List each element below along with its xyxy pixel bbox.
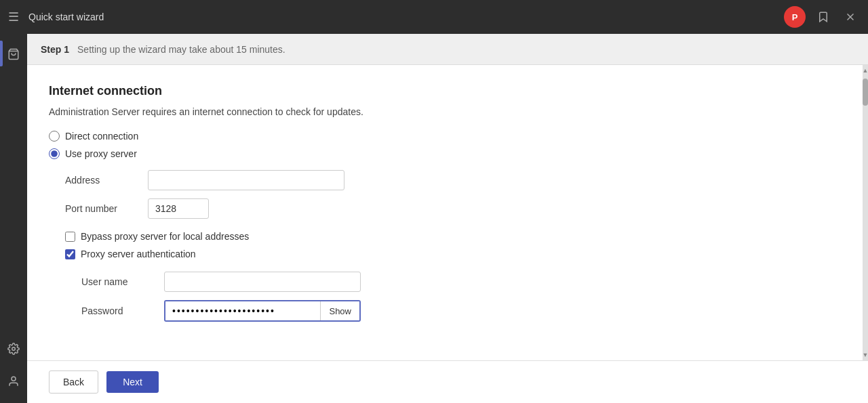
proxy-server-radio[interactable] [49,148,60,159]
username-row: User name [81,272,841,292]
proxy-auth-label: Proxy server authentication [81,249,196,259]
section-title: Internet connection [49,84,841,98]
auth-section: User name Password Show [81,272,841,322]
sidebar [0,34,27,403]
content-area: Step 1 Setting up the wizard may take ab… [27,34,868,403]
connection-type-group: Direct connection Use proxy server [49,131,841,159]
section-description: Administration Server requires an intern… [49,106,841,117]
port-row: Port number 3128 [65,198,841,219]
address-row: Address [65,170,841,190]
bookmark-icon[interactable] [814,7,833,26]
scroll-down-arrow[interactable]: ▼ [863,349,868,360]
proxy-auth-option[interactable]: Proxy server authentication [65,249,841,259]
step-header: Step 1 Setting up the wizard may take ab… [27,34,868,65]
direct-connection-label: Direct connection [65,131,138,142]
main-layout: Step 1 Setting up the wizard may take ab… [0,34,868,403]
close-icon[interactable] [841,7,860,26]
password-field-wrapper: Show [164,300,361,322]
svg-point-4 [12,377,16,381]
step-label: Step 1 [41,44,69,55]
proxy-server-label: Use proxy server [65,148,137,159]
sidebar-item-store[interactable] [3,43,24,65]
direct-connection-radio[interactable] [49,131,60,142]
scroll-up-arrow[interactable]: ▲ [863,65,868,76]
titlebar: ☰ Quick start wizard P [0,0,868,34]
scrollbar[interactable]: ▲ ▼ [863,65,868,360]
menu-icon[interactable]: ☰ [8,9,19,24]
back-button[interactable]: Back [49,370,98,394]
bypass-proxy-option[interactable]: Bypass proxy server for local addresses [65,231,841,242]
wizard-content: Internet connection Administration Serve… [27,65,863,360]
port-input[interactable]: 3128 [148,198,209,219]
bypass-proxy-label: Bypass proxy server for local addresses [81,231,249,242]
proxy-form: Address Port number 3128 Bypass proxy se… [65,170,841,322]
password-row: Password Show [81,300,841,322]
proxy-server-option[interactable]: Use proxy server [49,148,841,159]
username-input[interactable] [164,272,361,292]
sidebar-item-settings[interactable] [3,338,24,360]
wizard-footer: Back Next [27,360,868,403]
sidebar-item-user[interactable] [3,370,24,392]
avatar-button[interactable]: P [784,6,806,28]
app-title: Quick start wizard [28,12,784,22]
show-password-button[interactable]: Show [320,301,359,320]
wizard-body: Internet connection Administration Serve… [27,65,868,360]
port-label: Port number [65,203,140,214]
password-label: Password [81,305,156,316]
username-label: User name [81,276,156,287]
scrollbar-thumb[interactable] [863,79,868,106]
address-label: Address [65,175,140,186]
proxy-options-group: Bypass proxy server for local addresses … [65,231,841,259]
address-input[interactable] [148,170,344,190]
step-description: Setting up the wizard may take about 15 … [77,44,285,55]
direct-connection-option[interactable]: Direct connection [49,131,841,142]
svg-point-3 [12,347,16,351]
proxy-auth-checkbox[interactable] [65,249,75,259]
next-button[interactable]: Next [106,371,159,393]
sidebar-accent [0,41,3,66]
bypass-proxy-checkbox[interactable] [65,232,75,242]
titlebar-actions: P [784,6,860,28]
password-input[interactable] [165,301,320,320]
